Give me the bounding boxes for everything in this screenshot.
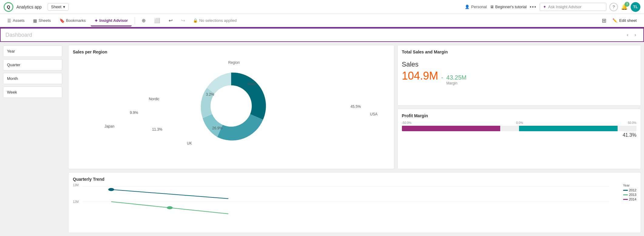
nordic-label: Nordic — [149, 97, 160, 101]
main-content: Year Quarter Month Week Sales per Region… — [0, 42, 644, 236]
legend-label-2014: 2014 — [629, 197, 636, 201]
trend-svg — [82, 183, 609, 220]
profit-bar-positive — [519, 126, 618, 131]
sheet-label: Sheet — [51, 5, 61, 9]
sales-value: 104.9M — [402, 70, 438, 82]
legend-2013: 2013 — [623, 193, 636, 197]
bookmarks-icon: 🔖 — [59, 18, 65, 23]
ask-placeholder: Ask Insight Advisor — [548, 5, 582, 9]
region-center-label: Region — [228, 60, 240, 65]
divider — [135, 17, 135, 24]
legend-2014: 2014 — [623, 197, 636, 201]
legend-label-2013: 2013 — [629, 193, 636, 197]
scale-mid: 0.0% — [516, 121, 523, 125]
uk-label: UK — [187, 141, 192, 145]
charts-row: Sales per Region Region Spain Nordic Jap… — [68, 45, 641, 169]
page-title: Dashboard — [5, 32, 32, 38]
usa-label: USA — [370, 112, 378, 116]
nav-sheets[interactable]: ▦ Sheets — [29, 16, 54, 26]
insight-label: Insight Advisor — [99, 18, 128, 23]
redo-button[interactable]: ↪ — [177, 15, 189, 26]
nav-insight-advisor[interactable]: ✦ Insight Advisor — [91, 16, 132, 26]
sheet-selector[interactable]: Sheet ▾ — [48, 3, 69, 11]
nav-bookmarks[interactable]: 🔖 Bookmarks — [56, 16, 89, 26]
app-name: Analytics app — [16, 5, 42, 9]
trend-chart-area: 13M 12M Year — [73, 183, 636, 223]
next-sheet-button[interactable]: › — [632, 31, 639, 39]
chevron-down-icon: ▾ — [63, 5, 65, 9]
japan-pct: 11.3% — [152, 127, 162, 132]
bookmarks-label: Bookmarks — [66, 18, 86, 23]
prev-sheet-button[interactable]: ‹ — [624, 31, 631, 39]
filter-quarter[interactable]: Quarter — [3, 59, 62, 70]
ask-insight-advisor-input[interactable]: ✦ Ask Insight Advisor — [540, 3, 606, 11]
profit-bar — [402, 126, 636, 131]
notifications-button[interactable]: 🔔 3 — [621, 4, 628, 10]
filter-month[interactable]: Month — [3, 73, 62, 84]
grid-view-button[interactable]: ⊞ — [601, 16, 608, 25]
edit-sheet-label: Edit sheet — [619, 18, 637, 23]
edit-icon: ✏️ — [612, 18, 617, 23]
sales-label: Sales — [402, 60, 636, 68]
profit-scale: -50.0% 0.0% 50.0% — [402, 121, 636, 125]
scale-min: -50.0% — [402, 121, 412, 125]
zoom-icon: ⊕ — [142, 18, 146, 23]
sheets-label: Sheets — [39, 18, 51, 23]
legend-title: Year — [623, 183, 636, 187]
insight-icon: ✦ — [94, 18, 98, 23]
back-forward-button[interactable]: ↩ — [165, 15, 176, 26]
undo-icon: ↩ — [169, 18, 173, 23]
legend-color-2012 — [623, 190, 628, 191]
legend-color-2014 — [623, 199, 628, 200]
personal-button[interactable]: 👤 Personal — [465, 5, 487, 9]
breadcrumb-navigation: ‹ › — [624, 31, 639, 39]
monitor-icon: 🖥 — [490, 5, 494, 9]
profit-bar-negative — [402, 126, 501, 131]
japan-label: Japan — [104, 124, 114, 128]
edit-sheet-button[interactable]: ✏️ Edit sheet — [609, 16, 640, 25]
user-icon: 👤 — [465, 5, 470, 9]
quarterly-trend-title: Quarterly Trend — [73, 177, 636, 182]
y-label-12m: 12M — [73, 200, 79, 204]
sparkle-icon: ✦ — [543, 5, 546, 9]
assets-icon: ☰ — [7, 18, 11, 23]
legend-label-2012: 2012 — [629, 188, 636, 192]
y-label-13m: 13M — [73, 183, 79, 187]
line-2012 — [111, 190, 228, 199]
dot-2013 — [167, 206, 173, 209]
spain-pct: 3.2% — [206, 92, 214, 97]
donut-chart-container: Region Spain Nordic Japan UK USA — [73, 57, 390, 155]
nordic-pct: 9.9% — [130, 111, 138, 115]
margin-value: 43.25M — [446, 74, 467, 81]
breadcrumb-bar: Dashboard ‹ › — [0, 28, 644, 42]
quarterly-trend-card: Quarterly Trend 13M 12M — [68, 172, 641, 233]
zoom-to-selection-button[interactable]: ⊕ — [138, 15, 149, 26]
more-options-button[interactable]: ••• — [530, 4, 537, 10]
profit-percent: 41.3% — [402, 132, 636, 138]
donut-svg — [189, 63, 274, 149]
no-selections-label: No selections applied — [199, 18, 237, 23]
legend-color-2013 — [623, 194, 628, 195]
tutorial-button[interactable]: 🖥 Beginner's tutorial — [490, 5, 527, 9]
sales-region-title: Sales per Region — [73, 50, 390, 54]
lock-icon: 🔒 — [193, 18, 198, 23]
profit-margin-card: Profit Margin -50.0% 0.0% 50.0% 41.3% — [397, 109, 641, 169]
no-selections-indicator: 🔒 No selections applied — [193, 18, 237, 23]
top-navigation: Q Analytics app Sheet ▾ 👤 Personal 🖥 Beg… — [0, 0, 644, 14]
qlik-logo: Q — [4, 2, 13, 12]
sales-per-region-card: Sales per Region Region Spain Nordic Jap… — [68, 45, 394, 169]
total-sales-title: Total Sales and Margin — [402, 50, 636, 54]
dashboard-area: Sales per Region Region Spain Nordic Jap… — [65, 42, 644, 236]
smart-search-button[interactable]: ⬜ — [150, 15, 164, 26]
help-button[interactable]: ? — [609, 3, 618, 11]
trend-legend: Year 2012 2013 2014 — [623, 183, 636, 202]
legend-2012: 2012 — [623, 188, 636, 192]
avatar[interactable]: TL — [631, 2, 640, 12]
search-icon: ⬜ — [154, 18, 160, 23]
nav-assets[interactable]: ☰ Assets — [4, 16, 28, 26]
filter-sidebar: Year Quarter Month Week — [0, 42, 65, 236]
filter-year[interactable]: Year — [3, 46, 62, 57]
secondary-navigation: ☰ Assets ▦ Sheets 🔖 Bookmarks ✦ Insight … — [0, 14, 644, 28]
filter-week[interactable]: Week — [3, 87, 62, 98]
right-cards: Total Sales and Margin Sales 104.9M - 43… — [397, 45, 641, 169]
